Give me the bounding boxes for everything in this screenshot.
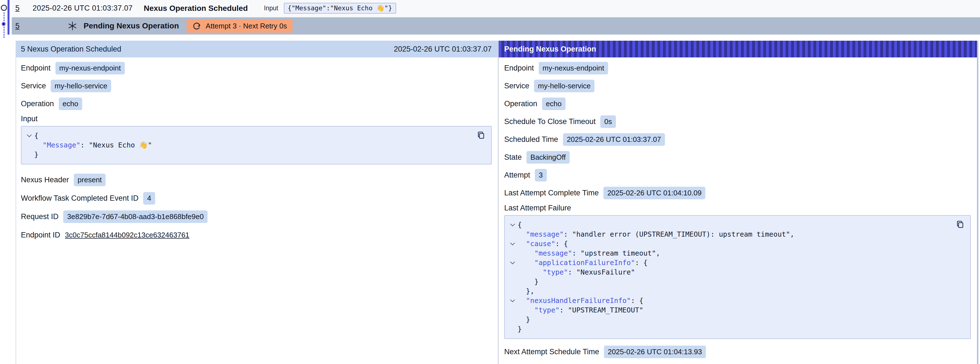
field-value-badge: present: [74, 174, 106, 186]
field-value-badge: 3e829b7e-7d67-4b08-aad3-b1e868bfe9e0: [63, 211, 208, 223]
field-label: Scheduled Time: [504, 135, 558, 144]
event-row-scheduled[interactable]: 5 2025-02-26 UTC 01:03:37.07 Nexus Opera…: [12, 0, 980, 17]
json-line-content: },: [517, 287, 534, 296]
json-line: }: [24, 150, 472, 160]
json-line-content: "Message": "Nexus Echo 👋": [34, 140, 152, 150]
pending-fields-footer: Next Attempt Schedule Time2025-02-26 UTC…: [499, 339, 977, 361]
collapse-chevron-icon[interactable]: [508, 239, 517, 249]
field-row: Operationecho: [504, 95, 977, 113]
json-line-gutter: [508, 268, 517, 277]
event-title: Nexus Operation Scheduled: [144, 4, 248, 13]
json-line: {: [508, 220, 951, 230]
field-value-link[interactable]: 3c0c75ccfa8144b092c13ce632463761: [65, 231, 189, 239]
field-row: Endpointmy-nexus-endpoint: [504, 59, 977, 77]
timeline-event-circle-icon: [1, 5, 7, 11]
field-value-badge: echo: [59, 97, 82, 110]
scheduled-panel-header: 5 Nexus Operation Scheduled 2025-02-26 U…: [16, 41, 498, 57]
event-id-link[interactable]: 5: [15, 4, 19, 13]
field-row: Nexus Headerpresent: [21, 171, 498, 189]
field-value-badge: my-hello-service: [51, 80, 111, 92]
failure-json-viewer: { "message": "handler error (UPSTREAM_TI…: [504, 215, 971, 339]
json-line-content: "nexusHandlerFailureInfo": {: [517, 296, 643, 305]
field-row: Operationecho: [21, 95, 498, 113]
retry-status-badge: Attempt 3 · Next Retry 0s: [187, 19, 293, 33]
timeline-pending-dot-icon: [2, 22, 6, 26]
field-label: Service: [504, 81, 529, 90]
json-line: "Message": "Nexus Echo 👋": [24, 140, 472, 150]
field-row: Endpointmy-nexus-endpoint: [21, 59, 498, 77]
json-line: "type": "NexusFailure": [508, 268, 951, 277]
field-label: Nexus Header: [21, 176, 69, 184]
field-label: Workflow Task Completed Event ID: [21, 194, 138, 203]
field-value-badge: 0s: [600, 115, 616, 128]
json-line: "applicationFailureInfo": {: [508, 258, 951, 268]
field-value-badge: 2025-02-26 UTC 01:03:37.07: [563, 133, 665, 146]
pending-fields: Endpointmy-nexus-endpointServicemy-hello…: [499, 57, 977, 202]
field-row: Schedule To Close Timeout0s: [504, 113, 977, 131]
field-label: Endpoint: [504, 64, 534, 72]
field-label: Next Attempt Schedule Time: [504, 348, 599, 356]
json-line-content: "type": "NexusFailure": [517, 268, 635, 277]
json-line: "nexusHandlerFailureInfo": {: [508, 296, 951, 305]
field-value-badge: BackingOff: [527, 151, 570, 164]
json-line: "cause": {: [508, 239, 951, 249]
json-line: }: [508, 324, 951, 334]
collapse-chevron-icon[interactable]: [508, 220, 517, 230]
field-value-badge: echo: [542, 97, 565, 110]
scheduled-panel-timestamp: 2025-02-26 UTC 01:03:37.07: [394, 45, 492, 54]
scheduled-event-panel: 5 Nexus Operation Scheduled 2025-02-26 U…: [16, 41, 498, 364]
json-line-content: "message": "handler error (UPSTREAM_TIME…: [517, 230, 794, 239]
retry-icon: [192, 21, 201, 30]
event-id-link[interactable]: 5: [15, 22, 19, 30]
pending-asterisk-icon: [67, 21, 78, 31]
field-row: Request ID3e829b7e-7d67-4b08-aad3-b1e868…: [21, 208, 498, 226]
field-label: Endpoint ID: [21, 231, 60, 239]
field-value-badge: my-nexus-endpoint: [56, 62, 125, 74]
input-section-label: Input: [16, 113, 498, 125]
field-value-badge: 4: [143, 192, 155, 204]
scheduled-fields-bottom: Nexus HeaderpresentWorkflow Task Complet…: [16, 164, 498, 244]
input-json-viewer: { "Message": "Nexus Echo 👋"}: [21, 126, 492, 164]
json-line: },: [508, 287, 951, 296]
copy-json-button[interactable]: [477, 131, 485, 141]
collapse-chevron-icon[interactable]: [24, 131, 34, 140]
event-detail-panels: 5 Nexus Operation Scheduled 2025-02-26 U…: [16, 41, 978, 364]
event-row-pending[interactable]: 5 Pending Nexus Operation Attempt 3 · Ne…: [12, 17, 980, 35]
json-line-gutter: [508, 315, 517, 324]
field-label: Operation: [504, 99, 537, 108]
field-row: Attempt3: [504, 166, 977, 184]
copy-json-button[interactable]: [956, 220, 965, 230]
json-line-gutter: [24, 150, 34, 160]
event-input-label: Input: [264, 5, 278, 12]
json-line: "type": "UPSTREAM_TIMEOUT": [508, 305, 951, 315]
json-line-content: "applicationFailureInfo": {: [517, 258, 648, 268]
field-row: Endpoint ID3c0c75ccfa8144b092c13ce632463…: [21, 226, 498, 244]
collapse-chevron-icon[interactable]: [508, 296, 517, 305]
pending-operation-panel: Pending Nexus Operation Endpointmy-nexus…: [499, 41, 978, 364]
field-label: Last Attempt Complete Time: [504, 189, 599, 197]
json-line-content: "message": "upstream timeout",: [517, 249, 660, 258]
failure-section-label: Last Attempt Failure: [499, 202, 977, 214]
field-value-badge: my-hello-service: [534, 80, 595, 92]
field-row: Scheduled Time2025-02-26 UTC 01:03:37.07: [504, 131, 977, 148]
json-line-gutter: [508, 287, 517, 296]
json-line-content: "type": "UPSTREAM_TIMEOUT": [517, 305, 643, 315]
field-label: State: [504, 153, 522, 162]
json-line-content: }: [34, 150, 38, 160]
retry-badge-text: Attempt 3 · Next Retry 0s: [205, 22, 287, 30]
event-timestamp: 2025-02-26 UTC 01:03:37.07: [33, 4, 133, 13]
field-row: Workflow Task Completed Event ID4: [21, 189, 498, 208]
pending-title: Pending Nexus Operation: [84, 21, 179, 30]
json-line: "message": "upstream timeout",: [508, 249, 951, 258]
json-line-gutter: [508, 277, 517, 287]
json-line-content: }: [517, 324, 522, 334]
field-label: Service: [21, 81, 46, 90]
field-row: Next Attempt Schedule Time2025-02-26 UTC…: [504, 343, 977, 361]
pending-panel-header: Pending Nexus Operation: [499, 41, 977, 57]
field-label: Operation: [21, 99, 54, 108]
json-line-gutter: [24, 140, 34, 150]
field-value-badge: my-nexus-endpoint: [539, 62, 608, 74]
event-input-chip[interactable]: {"Message":"Nexus Echo 👋"}: [284, 3, 396, 14]
timeline-accent-bar: [8, 0, 10, 35]
collapse-chevron-icon[interactable]: [508, 258, 517, 268]
